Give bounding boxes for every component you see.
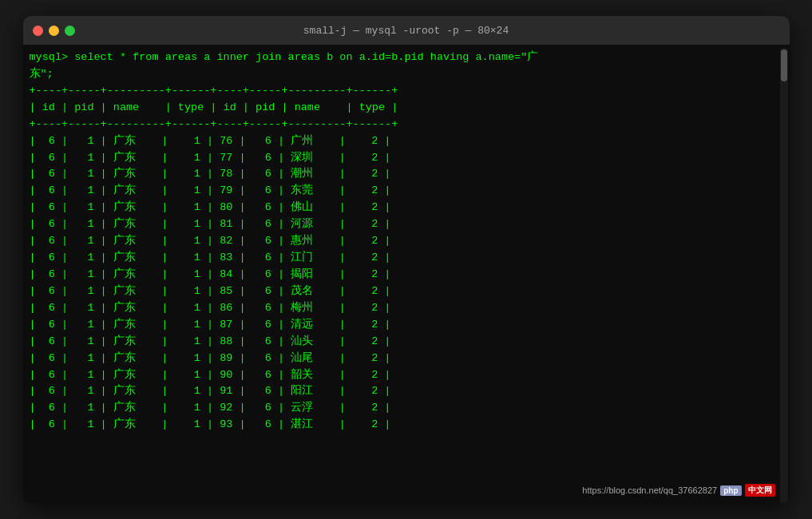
traffic-lights <box>33 26 75 36</box>
scrollbar-thumb[interactable] <box>781 50 787 81</box>
close-button[interactable] <box>33 26 43 36</box>
watermark-url: https://blog.csdn.net/qq_37662827 <box>582 485 717 495</box>
minimize-button[interactable] <box>49 26 59 36</box>
terminal-body: mysql> select * from areas a inner join … <box>23 45 790 503</box>
watermark: https://blog.csdn.net/qq_37662827 php 中文… <box>582 484 774 497</box>
php-badge: php <box>720 485 741 496</box>
scrollbar[interactable] <box>780 48 788 503</box>
terminal-content: mysql> select * from areas a inner join … <box>30 50 783 434</box>
cn-badge: 中文网 <box>745 484 775 497</box>
terminal-window: small-j — mysql -uroot -p — 80×24 mysql>… <box>23 16 790 503</box>
window-title: small-j — mysql -uroot -p — 80×24 <box>303 25 509 37</box>
titlebar: small-j — mysql -uroot -p — 80×24 <box>23 16 790 45</box>
maximize-button[interactable] <box>65 26 75 36</box>
